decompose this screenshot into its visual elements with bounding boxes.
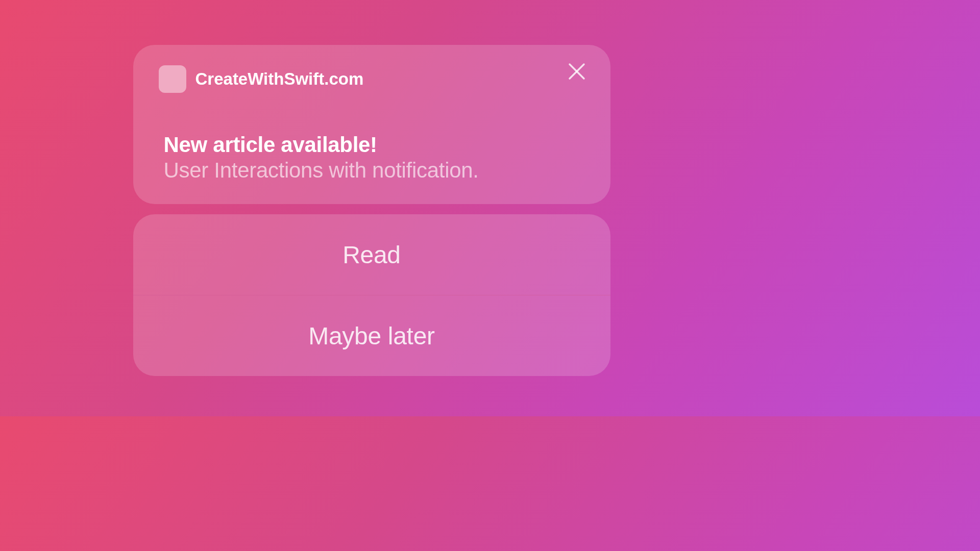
notification-header: CreateWithSwift.com xyxy=(159,65,585,93)
maybe-later-button[interactable]: Maybe later xyxy=(133,295,610,376)
close-button[interactable] xyxy=(567,61,587,82)
read-button[interactable]: Read xyxy=(133,214,610,295)
notification-actions: Read Maybe later xyxy=(133,214,610,376)
notification-title: New article available! xyxy=(164,133,585,157)
notification-subtitle: User Interactions with notification. xyxy=(164,158,585,183)
notification-body: New article available! User Interactions… xyxy=(159,133,585,183)
app-icon xyxy=(159,65,186,93)
app-name-label: CreateWithSwift.com xyxy=(195,69,364,89)
notification-card: CreateWithSwift.com New article availabl… xyxy=(133,45,610,204)
close-icon xyxy=(567,61,587,82)
